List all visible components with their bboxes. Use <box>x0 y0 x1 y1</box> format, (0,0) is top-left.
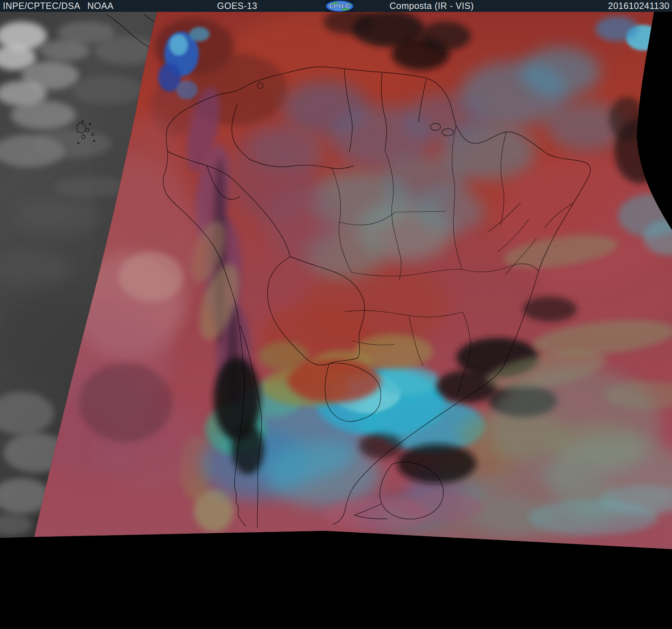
scan-cutoff-black-region <box>0 531 672 629</box>
satellite-image-viewer: INPE/CPTEC/DSA NOAA GOES-13 CPTEC Compos… <box>0 0 672 629</box>
cptec-logo-icon: CPTEC <box>325 0 354 12</box>
cptec-logo-text: CPTEC <box>329 3 350 10</box>
noaa-label: NOAA <box>87 0 114 12</box>
product-label: Composta (IR - VIS) <box>390 0 474 12</box>
satellite-label: GOES-13 <box>217 0 257 12</box>
header-bar: INPE/CPTEC/DSA NOAA GOES-13 CPTEC Compos… <box>0 0 672 12</box>
timestamp-label: 201610241130 <box>608 0 669 12</box>
agency-label: INPE/CPTEC/DSA <box>3 0 80 12</box>
satellite-map <box>0 0 672 629</box>
